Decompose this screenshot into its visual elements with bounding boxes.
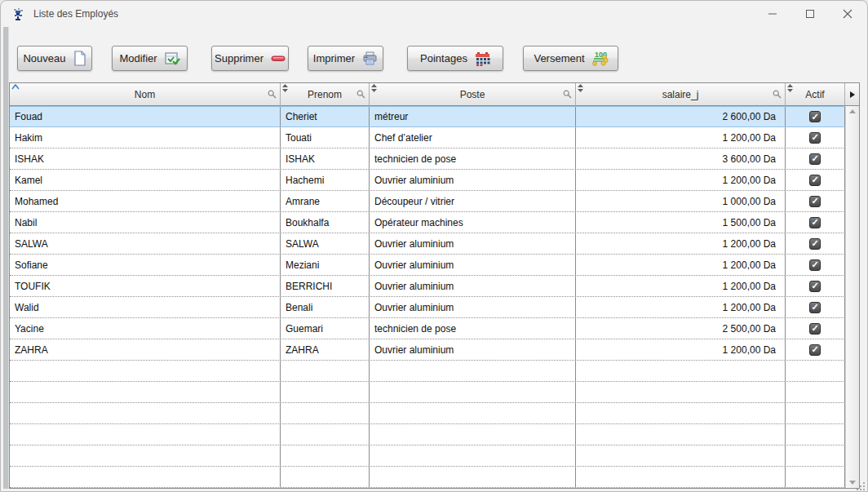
cell-prenom[interactable]: Cheriet [281,107,370,126]
cell-nom[interactable] [10,382,281,402]
cell-salaire_j[interactable]: 2 500,00 Da [576,318,786,339]
cell-prenom[interactable]: Amrane [281,191,370,211]
cell-actif[interactable] [786,361,845,381]
cell-nom[interactable] [10,403,281,423]
cell-nom[interactable]: Kamel [10,170,281,190]
cell-poste[interactable] [370,382,576,402]
cell-poste[interactable]: Ouvrier aluminium [370,170,576,190]
table-row[interactable]: KamelHachemiOuvrier aluminium1 200,00 Da… [10,170,845,191]
cell-prenom[interactable]: Boukhalfa [281,212,370,233]
table-row[interactable]: FouadCherietmétreur2 600,00 Da✓ [10,106,845,127]
cell-nom[interactable]: ISHAK [10,148,281,169]
cell-prenom[interactable]: Touati [281,127,370,148]
resize-grip-icon[interactable] [856,480,866,490]
actif-checkbox[interactable]: ✓ [809,175,821,186]
table-row[interactable]: SofianeMezianiOuvrier aluminium1 200,00 … [10,255,845,276]
cell-nom[interactable]: Hakim [10,127,281,148]
cell-prenom[interactable]: Guemari [281,318,370,339]
cell-nom[interactable]: Walid [10,297,281,317]
cell-nom[interactable]: Nabil [10,212,281,233]
cell-nom[interactable]: Mohamed [10,191,281,211]
cell-actif[interactable] [786,467,845,487]
actif-checkbox[interactable]: ✓ [809,302,821,313]
cell-actif[interactable]: ✓ [786,170,845,190]
cell-actif[interactable]: ✓ [786,107,845,126]
empty-row[interactable] [10,424,845,445]
table-row[interactable]: NabilBoukhalfaOpérateur machines1 500,00… [10,212,845,233]
cell-salaire_j[interactable] [576,361,786,381]
cell-prenom[interactable]: BERRICHI [281,276,370,296]
actif-checkbox[interactable]: ✓ [809,153,821,165]
cell-actif[interactable]: ✓ [786,127,845,148]
cell-poste[interactable]: Ouvrier aluminium [370,233,576,254]
cell-actif[interactable]: ✓ [786,212,845,233]
cell-salaire_j[interactable] [576,403,786,423]
cell-poste[interactable]: Opérateur machines [370,212,576,233]
close-button[interactable] [829,2,866,26]
cell-prenom[interactable] [281,467,370,487]
cell-nom[interactable]: Yacine [10,318,281,339]
cell-poste[interactable]: technicien de pose [370,318,576,339]
empty-row[interactable] [10,467,845,488]
cell-salaire_j[interactable]: 1 000,00 Da [576,191,786,211]
column-header-nom[interactable]: Nom [10,83,281,106]
supprimer-button[interactable]: Supprimer [211,46,289,71]
cell-nom[interactable]: TOUFIK [10,276,281,296]
table-row[interactable]: MohamedAmraneDécoupeur / vitrier1 000,00… [10,191,845,212]
cell-actif[interactable]: ✓ [786,255,845,275]
cell-actif[interactable] [786,382,845,402]
table-row[interactable]: HakimTouatiChef d’atelier1 200,00 Da✓ [10,127,845,148]
cell-salaire_j[interactable]: 1 200,00 Da [576,255,786,275]
actif-checkbox[interactable]: ✓ [809,281,821,292]
cell-prenom[interactable]: Benali [281,297,370,317]
imprimer-button[interactable]: Imprimer [308,46,383,71]
cell-prenom[interactable]: ZAHRA [281,339,370,360]
cell-nom[interactable] [10,424,281,445]
column-header-actif[interactable]: Actif [786,83,845,106]
cell-prenom[interactable] [281,382,370,402]
cell-salaire_j[interactable]: 1 200,00 Da [576,233,786,254]
cell-salaire_j[interactable]: 3 600,00 Da [576,148,786,169]
table-row[interactable]: ZAHRAZAHRAOuvrier aluminium1 200,00 Da✓ [10,339,845,361]
cell-poste[interactable]: métreur [370,107,576,126]
vertical-scrollbar[interactable] [845,106,859,488]
scroll-down-icon[interactable] [849,481,856,485]
cell-actif[interactable] [786,403,845,423]
cell-nom[interactable]: SALWA [10,233,281,254]
cell-prenom[interactable] [281,424,370,445]
actif-checkbox[interactable]: ✓ [809,111,821,122]
cell-actif[interactable]: ✓ [786,148,845,169]
column-header-prenom[interactable]: Prenom [281,83,370,106]
cell-poste[interactable] [370,403,576,423]
cell-poste[interactable]: technicien de pose [370,148,576,169]
search-icon[interactable] [563,90,572,99]
cell-prenom[interactable]: Meziani [281,255,370,275]
cell-prenom[interactable]: Hachemi [281,170,370,190]
table-row[interactable]: SALWASALWAOuvrier aluminium1 200,00 Da✓ [10,233,845,255]
cell-salaire_j[interactable] [576,467,786,487]
empty-row[interactable] [10,382,845,403]
actif-checkbox[interactable]: ✓ [809,323,821,335]
cell-actif[interactable] [786,424,845,445]
cell-salaire_j[interactable]: 1 200,00 Da [576,339,786,360]
empty-row[interactable] [10,403,845,424]
cell-poste[interactable] [370,361,576,381]
cell-poste[interactable] [370,424,576,445]
table-row[interactable]: ISHAKISHAKtechnicien de pose3 600,00 Da✓ [10,148,845,170]
more-columns-button[interactable] [845,83,859,106]
cell-actif[interactable]: ✓ [786,233,845,254]
cell-salaire_j[interactable]: 1 200,00 Da [576,127,786,148]
scroll-up-icon[interactable] [849,109,856,113]
column-header-poste[interactable]: Poste [370,83,576,106]
empty-row[interactable] [10,361,845,382]
modifier-button[interactable]: Modifier [112,46,188,71]
cell-prenom[interactable]: SALWA [281,233,370,254]
actif-checkbox[interactable]: ✓ [809,259,821,271]
pointages-button[interactable]: Pointages [407,46,503,71]
cell-nom[interactable] [10,361,281,381]
cell-poste[interactable]: Ouvrier aluminium [370,276,576,296]
cell-actif[interactable]: ✓ [786,191,845,211]
cell-actif[interactable]: ✓ [786,339,845,360]
cell-actif[interactable] [786,445,845,466]
maximize-button[interactable] [791,2,829,26]
